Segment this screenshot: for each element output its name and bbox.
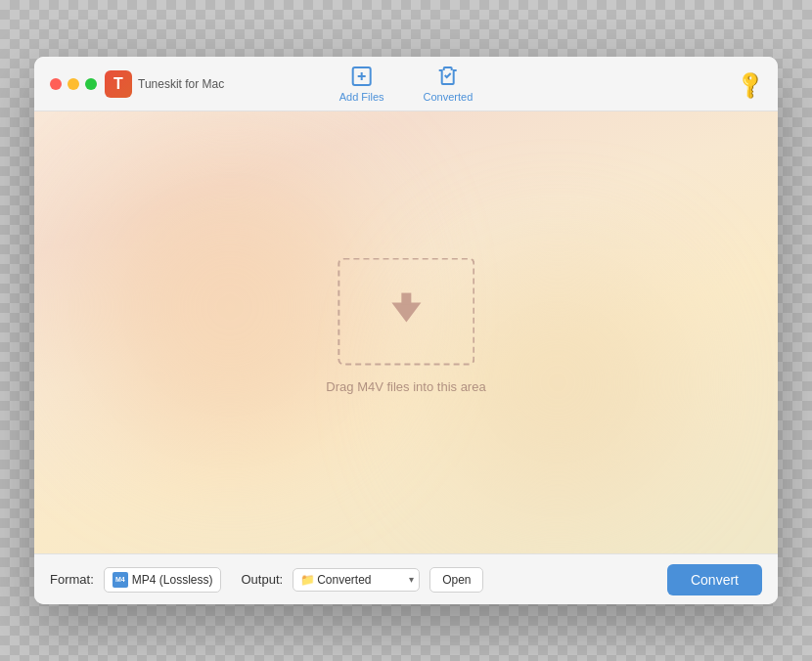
converted-icon — [436, 65, 460, 88]
add-files-button[interactable]: Add Files — [339, 65, 384, 103]
svg-marker-3 — [391, 302, 421, 322]
close-button[interactable] — [50, 78, 62, 90]
main-content[interactable]: Drag M4V files into this area — [34, 111, 778, 553]
app-name: Tuneskit for Mac — [138, 77, 224, 91]
format-value: MP4 (Lossless) — [132, 573, 213, 587]
minimize-button[interactable] — [68, 78, 79, 90]
svg-rect-4 — [401, 292, 411, 304]
add-files-icon — [350, 65, 374, 88]
toolbar-center: Add Files Converted — [339, 65, 474, 103]
output-select-wrapper: 📁 Converted ▾ — [293, 568, 420, 592]
logo-icon: T — [105, 70, 132, 98]
drop-text: Drag M4V files into this area — [326, 379, 485, 394]
toolbar-right: 🔑 — [738, 72, 762, 96]
format-badge[interactable]: M4 MP4 (Lossless) — [104, 567, 222, 593]
key-icon[interactable]: 🔑 — [733, 66, 767, 101]
maximize-button[interactable] — [85, 78, 97, 90]
format-label: Format: — [50, 572, 94, 587]
format-icon-text: M4 — [115, 576, 125, 583]
converted-button[interactable]: Converted — [424, 65, 474, 103]
format-icon: M4 — [113, 572, 128, 588]
traffic-lights — [50, 78, 97, 90]
convert-button[interactable]: Convert — [667, 564, 762, 595]
app-window: T Tuneskit for Mac Add Files Converted — [34, 57, 778, 604]
converted-label: Converted — [424, 91, 474, 103]
drop-box[interactable] — [338, 258, 474, 366]
open-button[interactable]: Open — [429, 567, 483, 593]
bottom-bar: Format: M4 MP4 (Lossless) Output: 📁 Conv… — [34, 553, 778, 604]
title-bar: T Tuneskit for Mac Add Files Converted — [34, 57, 778, 111]
drop-arrow-icon — [386, 287, 426, 335]
output-label: Output: — [241, 572, 283, 587]
add-files-label: Add Files — [339, 91, 384, 103]
output-select[interactable]: Converted — [293, 568, 420, 592]
drop-zone[interactable]: Drag M4V files into this area — [326, 258, 485, 394]
logo-area: T Tuneskit for Mac — [105, 70, 224, 98]
